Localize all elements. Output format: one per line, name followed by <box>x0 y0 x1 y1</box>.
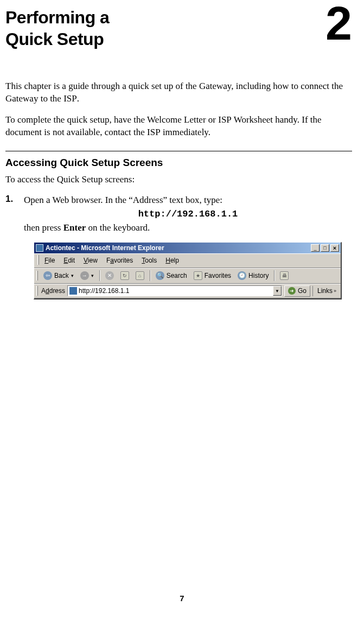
addressbar: Address ▼ ➜ Go Links » <box>34 284 341 298</box>
intro-paragraph-1: This chapter is a guide through a quick … <box>5 80 352 105</box>
chapter-title: Performing a Quick Setup <box>5 7 109 50</box>
section-lead: To access the Quick Setup screens: <box>5 174 352 185</box>
menu-view[interactable]: View <box>80 255 103 266</box>
address-combo[interactable]: ▼ <box>67 285 282 296</box>
toolbar: ⇦ Back ▾ → ▾ ✕ ↻ ⌂ 🔍 Search ★ <box>34 268 341 284</box>
forward-arrow-icon: → <box>80 271 89 280</box>
minimize-button[interactable]: _ <box>311 244 320 252</box>
home-button[interactable]: ⌂ <box>132 270 148 281</box>
step-line1: Open a Web browser. In the “Address” tex… <box>24 195 222 205</box>
page-number: 7 <box>0 594 364 603</box>
page-icon <box>69 287 77 295</box>
home-icon: ⌂ <box>136 271 144 280</box>
history-icon: 🕘 <box>238 271 246 280</box>
links-button[interactable]: Links » <box>312 286 339 296</box>
menu-tools[interactable]: Tools <box>138 255 162 266</box>
go-icon: ➜ <box>288 287 296 295</box>
go-button[interactable]: ➜ Go <box>284 285 310 297</box>
separator <box>274 270 274 281</box>
favorites-button[interactable]: ★ Favorites <box>190 270 234 282</box>
chevron-down-icon: ▾ <box>71 272 74 279</box>
print-button[interactable]: 🖶 <box>277 270 292 281</box>
address-dropdown-button[interactable]: ▼ <box>273 286 282 296</box>
separator <box>150 270 150 281</box>
section-heading: Accessing Quick Setup Screens <box>5 157 352 169</box>
address-input[interactable] <box>79 287 273 295</box>
grip-icon <box>36 286 38 296</box>
step-number: 1. <box>5 194 16 300</box>
step-1: 1. Open a Web browser. In the “Address” … <box>5 194 352 300</box>
chapter-title-line1: Performing a <box>5 8 109 27</box>
history-button[interactable]: 🕘 History <box>234 270 272 282</box>
grip-icon <box>37 255 39 265</box>
chapter-number: 2 <box>325 4 352 42</box>
section-divider <box>5 151 352 151</box>
refresh-icon: ↻ <box>120 271 129 280</box>
menu-file[interactable]: File <box>41 255 60 266</box>
maximize-button[interactable]: □ <box>321 244 329 252</box>
menu-help[interactable]: Help <box>162 255 184 266</box>
refresh-button[interactable]: ↻ <box>117 270 132 281</box>
browser-window: Actiontec - Microsoft Internet Explorer … <box>34 242 342 299</box>
chevron-down-icon: ▾ <box>91 272 94 279</box>
menubar: File Edit View Favorites Tools Help <box>34 253 341 268</box>
print-icon: 🖶 <box>280 271 289 280</box>
stop-icon: ✕ <box>105 271 114 280</box>
code-url: http://192.168.1.1 <box>24 208 352 221</box>
step-body: Open a Web browser. In the “Address” tex… <box>24 194 352 300</box>
separator <box>99 270 100 281</box>
menu-edit[interactable]: Edit <box>60 255 80 266</box>
back-button[interactable]: ⇦ Back ▾ <box>40 270 77 282</box>
titlebar: Actiontec - Microsoft Internet Explorer … <box>34 243 341 253</box>
address-label: Address <box>40 286 67 296</box>
search-icon: 🔍 <box>156 271 164 280</box>
chapter-title-line2: Quick Setup <box>5 29 104 49</box>
favorites-icon: ★ <box>194 271 202 280</box>
intro-paragraph-2: To complete the quick setup, have the We… <box>5 114 352 139</box>
menu-favorites[interactable]: Favorites <box>103 255 138 266</box>
back-arrow-icon: ⇦ <box>43 271 52 280</box>
grip-icon <box>36 271 38 281</box>
close-button[interactable]: × <box>330 244 339 252</box>
chevron-right-icon: » <box>334 288 336 295</box>
forward-button[interactable]: → ▾ <box>77 270 97 281</box>
window-title: Actiontec - Microsoft Internet Explorer <box>46 244 164 253</box>
stop-button[interactable]: ✕ <box>102 270 117 281</box>
search-button[interactable]: 🔍 Search <box>152 270 190 282</box>
ie-icon <box>36 244 43 252</box>
